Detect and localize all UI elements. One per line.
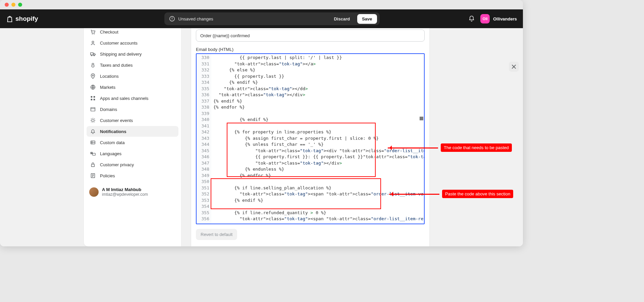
languages-icon: A: [90, 150, 96, 157]
svg-rect-1: [172, 17, 172, 19]
mac-window: shopify Unsaved changes Discard Save Oll…: [0, 0, 523, 246]
svg-point-3: [92, 34, 93, 34]
user-name-label: Ollivanders: [493, 16, 517, 21]
svg-point-9: [92, 63, 94, 65]
svg-rect-20: [93, 153, 95, 155]
sidebar-item-label: Notifications: [100, 129, 126, 134]
svg-rect-13: [94, 96, 95, 98]
settings-sidebar: CheckoutCustomer accountsShipping and de…: [84, 28, 181, 246]
sidebar-item-shipping[interactable]: Shipping and delivery: [87, 49, 178, 59]
privacy-icon: [90, 162, 96, 168]
sidebar-item-locations[interactable]: Locations: [87, 71, 178, 81]
sidebar-item-customer-accounts[interactable]: Customer accounts: [87, 38, 178, 48]
revert-to-default-button[interactable]: Revert to default: [196, 229, 237, 240]
sidebar-item-label: Policies: [100, 173, 115, 178]
domains-icon: [90, 106, 96, 112]
notifications-bell-icon[interactable]: [468, 15, 475, 22]
user-menu[interactable]: Oll Ollivanders: [480, 14, 517, 23]
svg-rect-14: [91, 99, 93, 101]
svg-rect-16: [91, 108, 95, 111]
sidebar-item-label: Customer privacy: [100, 162, 134, 167]
sidebar-item-label: Customer events: [100, 118, 133, 123]
svg-rect-2: [172, 20, 172, 20]
svg-rect-12: [91, 96, 93, 98]
locations-icon: [90, 73, 96, 79]
sidebar-user-email: imtiaz@wpdeveloper.com: [102, 192, 148, 197]
sidebar-item-policies[interactable]: Policies: [87, 170, 178, 181]
sidebar-item-privacy[interactable]: Customer privacy: [87, 159, 178, 170]
unsaved-label: Unsaved changes: [178, 16, 327, 21]
arrow-icon: [389, 193, 439, 195]
annotation-label-1: The code that needs to be pasted: [441, 143, 512, 152]
sidebar-item-label: Languages: [100, 151, 121, 156]
custom-data-icon: [90, 139, 96, 145]
customer-accounts-icon: [90, 40, 96, 46]
shipping-icon: [90, 51, 96, 57]
sidebar-item-languages[interactable]: ALanguages: [87, 148, 178, 159]
maximize-traffic-light[interactable]: [18, 3, 22, 7]
svg-text:A: A: [91, 152, 92, 154]
sidebar-item-customer-events[interactable]: Customer events: [87, 115, 178, 126]
annotation-arrow-2: Paste the code above this section: [389, 190, 513, 198]
shopify-bag-icon: [6, 15, 13, 23]
sidebar-user-card[interactable]: A M Imtiaz Mahbub imtiaz@wpdeveloper.com: [87, 185, 178, 199]
svg-point-8: [94, 55, 95, 56]
sidebar-item-label: Locations: [100, 74, 119, 79]
sidebar-item-label: Checkout: [100, 29, 118, 35]
sidebar-item-apps-channels[interactable]: Apps and sales channels: [87, 93, 178, 104]
titlebar: [0, 0, 523, 9]
close-traffic-light[interactable]: [5, 3, 9, 7]
sidebar-item-notifications[interactable]: Notifications: [87, 126, 178, 137]
email-body-label: Email body (HTML): [196, 47, 425, 52]
user-avatar: Oll: [480, 14, 490, 23]
svg-rect-6: [91, 53, 93, 55]
svg-rect-22: [92, 164, 95, 167]
svg-point-4: [94, 34, 94, 34]
sidebar-user-name: A M Imtiaz Mahbub: [102, 187, 148, 192]
sidebar-item-label: Apps and sales channels: [100, 96, 149, 101]
sidebar-item-label: Custom data: [100, 140, 125, 145]
policies-icon: [90, 173, 96, 179]
taxes-icon: [90, 62, 96, 68]
save-button[interactable]: Save: [357, 14, 377, 24]
code-body[interactable]: {{ property.last | split: '/' | last }} …: [211, 54, 424, 224]
sidebar-item-label: Domains: [100, 107, 117, 112]
sidebar-item-label: Markets: [100, 85, 115, 90]
checkout-icon: [90, 29, 96, 35]
warning-icon: [169, 16, 175, 22]
editor-scrollbar-thumb[interactable]: [420, 117, 423, 120]
sidebar-item-label: Customer accounts: [100, 41, 138, 46]
close-panel-button[interactable]: [509, 62, 519, 72]
svg-point-7: [91, 55, 92, 56]
annotation-label-2: Paste the code above this section: [442, 190, 513, 198]
brand-text: shopify: [15, 15, 38, 22]
code-editor[interactable]: 330 331 332 333 334 335 336 337 338 339 …: [196, 53, 425, 224]
svg-rect-15: [94, 99, 95, 101]
sidebar-item-markets[interactable]: Markets: [87, 82, 178, 93]
annotation-arrow-1: The code that needs to be pasted: [388, 143, 512, 152]
svg-point-17: [92, 119, 94, 121]
app-topbar: shopify Unsaved changes Discard Save Oll…: [0, 9, 523, 28]
unsaved-changes-bar: Unsaved changes Discard Save: [164, 12, 380, 25]
customer-events-icon: [90, 117, 96, 123]
notification-editor-card: Email body (HTML) 330 331 332 333 334 33…: [191, 28, 429, 246]
markets-icon: [90, 84, 96, 90]
sidebar-item-label: Taxes and duties: [100, 63, 133, 68]
sidebar-item-domains[interactable]: Domains: [87, 104, 178, 115]
minimize-traffic-light[interactable]: [11, 3, 15, 7]
sidebar-item-label: Shipping and delivery: [100, 52, 142, 57]
discard-button[interactable]: Discard: [330, 14, 354, 24]
notifications-icon: [90, 128, 96, 134]
sidebar-item-custom-data[interactable]: Custom data: [87, 137, 178, 148]
sidebar-item-checkout[interactable]: Checkout: [87, 29, 178, 37]
brand-logo[interactable]: shopify: [6, 15, 38, 23]
email-subject-input[interactable]: [196, 29, 425, 42]
sidebar-user-avatar: [89, 187, 99, 197]
svg-point-10: [92, 75, 94, 76]
sidebar-item-taxes[interactable]: Taxes and duties: [87, 60, 178, 70]
arrow-icon: [388, 146, 438, 149]
line-number-gutter: 330 331 332 333 334 335 336 337 338 339 …: [197, 54, 211, 224]
svg-point-5: [92, 41, 94, 43]
apps-channels-icon: [90, 95, 96, 101]
